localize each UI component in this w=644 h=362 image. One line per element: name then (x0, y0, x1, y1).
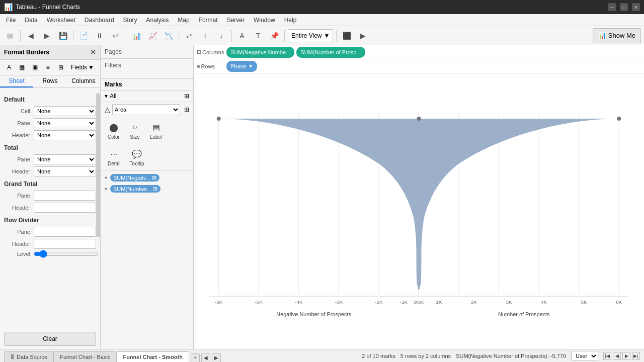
label-btn[interactable]: A (235, 29, 249, 43)
chart3-btn[interactable]: 📉 (162, 29, 176, 43)
rows-pill-1[interactable]: Phase ▼ (226, 61, 257, 72)
db-icon: 🗄 (11, 354, 15, 359)
tooltip-btn[interactable]: T (251, 29, 265, 43)
show-me-button[interactable]: 📊 Show Me (593, 28, 641, 43)
columns-pill-1[interactable]: SUM(Negative Numbe... (226, 47, 294, 58)
filters-panel: Filters (101, 59, 193, 79)
columns-pill-2[interactable]: SUM(Number of Prosp... (296, 47, 365, 58)
grand-total-pane-select[interactable] (34, 191, 96, 201)
scroll-sheets-left[interactable]: ◀ (201, 353, 210, 363)
marks-field-2-menu: ⊞ (153, 186, 157, 192)
bar-chart-btn[interactable]: 📊 (129, 29, 143, 43)
marks-fields: ▾ SUM(Negativ... ⊞ ▾ SUM(Number... ⊞ (101, 170, 193, 194)
panel-header: Format Borders ✕ (0, 45, 100, 60)
close-btn[interactable]: ✕ (632, 3, 640, 11)
menu-dashboard[interactable]: Dashboard (80, 16, 118, 25)
menu-help[interactable]: Help (280, 16, 301, 25)
sort-desc-btn[interactable]: ↓ (214, 29, 228, 43)
marks-type-select[interactable]: Area Bar Line (112, 104, 180, 115)
panel-title: Format Borders (4, 49, 49, 56)
undo-btn[interactable]: ↩ (109, 29, 123, 43)
minimize-btn[interactable]: ─ (608, 3, 616, 11)
marker-left (217, 117, 221, 121)
marks-title: Marks (105, 81, 122, 88)
new-ds-btn[interactable]: 📄 (76, 29, 91, 43)
detail-btn[interactable]: ⋯ Detail (105, 146, 124, 168)
nav-end[interactable]: ▶| (632, 352, 640, 360)
menu-data[interactable]: Data (21, 16, 41, 25)
row-divider-pane-select[interactable] (34, 227, 96, 237)
icon-lines[interactable]: ≡ (43, 62, 53, 73)
present-btn[interactable]: ▶ (356, 29, 370, 43)
menu-analysis[interactable]: Analysis (142, 16, 173, 25)
marks-header: Marks (101, 79, 193, 90)
back-btn[interactable]: ◀ (24, 29, 38, 43)
total-header-select[interactable]: None (34, 166, 96, 176)
row-divider-level-slider[interactable] (34, 251, 99, 257)
menu-worksheet[interactable]: Worksheet (43, 16, 79, 25)
rows-icon: ≡ (197, 63, 200, 69)
marks-field-1-menu: ⊞ (152, 174, 156, 181)
chart-type-btn[interactable]: ⬛ (340, 29, 354, 43)
fields-button[interactable]: Fields ▼ (69, 63, 96, 72)
row-divider-header-select[interactable] (34, 239, 96, 249)
menu-window[interactable]: Window (250, 16, 279, 25)
pin-btn[interactable]: 📌 (267, 29, 281, 43)
sort-asc-btn[interactable]: ↑ (198, 29, 212, 43)
icon-shading[interactable]: ▦ (17, 62, 27, 73)
toolbar-grid-icon[interactable]: ⊞ (3, 29, 17, 43)
tab-columns[interactable]: Columns (67, 75, 100, 87)
color-btn[interactable]: ⬤ Color (105, 119, 123, 142)
menu-format[interactable]: Format (195, 16, 222, 25)
clear-button[interactable]: Clear (4, 332, 96, 346)
tooltip-btn-marks[interactable]: 💬 Tooltip (127, 146, 147, 168)
save-btn[interactable]: 💾 (56, 29, 70, 43)
maximize-btn[interactable]: □ (620, 3, 628, 11)
total-header-row: Header: None (4, 166, 96, 176)
add-sheet-btn[interactable]: + (191, 353, 200, 363)
icon-border[interactable]: ▣ (30, 62, 40, 73)
marks-field-2-pill[interactable]: SUM(Number... ⊞ (110, 185, 160, 193)
scroll-sheets-right[interactable]: ▶ (212, 353, 221, 363)
label-btn[interactable]: ▤ Label (147, 119, 165, 142)
chart2-btn[interactable]: 📈 (145, 29, 159, 43)
icon-font[interactable]: A (4, 62, 14, 73)
default-cell-select[interactable]: None (34, 106, 96, 116)
nav-next[interactable]: ▶ (622, 352, 630, 360)
total-pane-select[interactable]: None (34, 154, 96, 164)
icon-table[interactable]: ⊞ (56, 62, 66, 73)
marks-field-1-pill[interactable]: SUM(Negativ... ⊞ (110, 174, 159, 182)
default-header-select[interactable]: None (34, 130, 96, 140)
tab-data-source[interactable]: 🗄 Data Source (4, 351, 54, 363)
marks-all-label: All (110, 93, 116, 100)
view-select[interactable]: Entire View ▼ (288, 29, 333, 42)
menu-map[interactable]: Map (174, 16, 193, 25)
nav-start[interactable]: |◀ (603, 352, 611, 360)
marks-buttons-2: ⋯ Detail 💬 Tooltip (101, 144, 193, 170)
forward-btn[interactable]: ▶ (40, 29, 54, 43)
tab-basic[interactable]: Funnel Chart - Basic (53, 351, 117, 363)
status-info: 2 of 10 marks 5 rows by 2 columns SUM(Ne… (362, 351, 644, 361)
tab-rows[interactable]: Rows (33, 75, 66, 87)
pages-panel: Pages (101, 45, 193, 59)
marks-all-header[interactable]: ▾ All ⊞ (101, 90, 193, 102)
default-pane-row: Pane: None (4, 118, 96, 128)
user-select[interactable]: User (571, 351, 598, 361)
marker-right (617, 117, 621, 121)
panel-close-btn[interactable]: ✕ (90, 48, 96, 56)
nav-prev[interactable]: ◀ (613, 352, 621, 360)
panel-scrollbar[interactable] (96, 88, 100, 329)
menu-story[interactable]: Story (119, 16, 141, 25)
svg-text:2K: 2K (471, 299, 477, 305)
menu-file[interactable]: File (2, 16, 20, 25)
pause-btn[interactable]: ⏸ (93, 29, 107, 43)
marks-type-row: △ Area Bar Line ⊞ (101, 102, 193, 117)
swap-btn[interactable]: ⇄ (182, 29, 196, 43)
grand-total-header-select[interactable] (34, 203, 96, 213)
row-divider-level-label: Level: (4, 251, 32, 257)
menu-server[interactable]: Server (223, 16, 249, 25)
tab-sheet[interactable]: Sheet (0, 75, 33, 87)
tab-smooth[interactable]: Funnel Chart - Smooth (116, 351, 189, 363)
size-btn[interactable]: ○ Size (126, 119, 144, 142)
default-pane-select[interactable]: None (34, 118, 96, 128)
